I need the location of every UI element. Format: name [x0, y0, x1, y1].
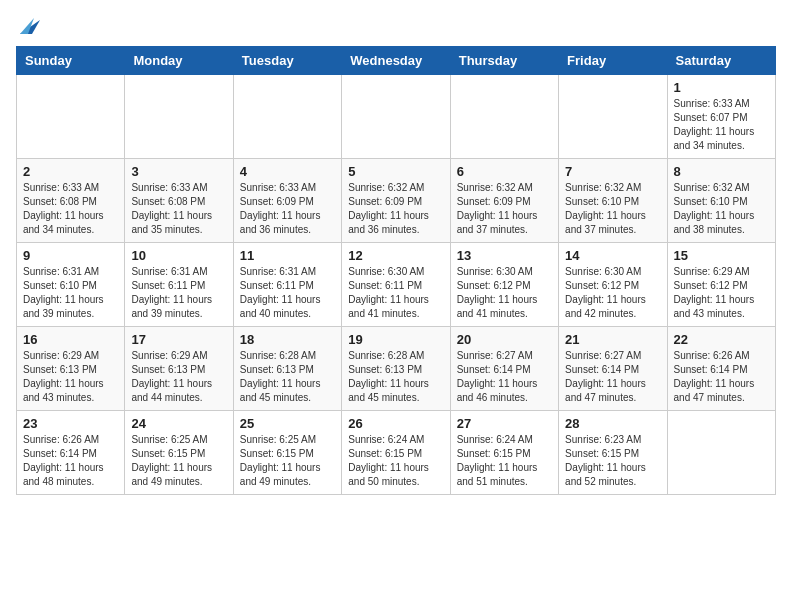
day-info: Sunrise: 6:25 AM Sunset: 6:15 PM Dayligh…: [240, 433, 335, 489]
day-info: Sunrise: 6:33 AM Sunset: 6:07 PM Dayligh…: [674, 97, 769, 153]
weekday-header-thursday: Thursday: [450, 47, 558, 75]
day-number: 9: [23, 248, 118, 263]
day-info: Sunrise: 6:29 AM Sunset: 6:13 PM Dayligh…: [131, 349, 226, 405]
week-row-2: 2Sunrise: 6:33 AM Sunset: 6:08 PM Daylig…: [17, 159, 776, 243]
calendar-cell: 3Sunrise: 6:33 AM Sunset: 6:08 PM Daylig…: [125, 159, 233, 243]
day-number: 20: [457, 332, 552, 347]
calendar-cell: 21Sunrise: 6:27 AM Sunset: 6:14 PM Dayli…: [559, 327, 667, 411]
calendar-table: SundayMondayTuesdayWednesdayThursdayFrid…: [16, 46, 776, 495]
weekday-header-wednesday: Wednesday: [342, 47, 450, 75]
calendar-cell: [125, 75, 233, 159]
calendar-cell: 12Sunrise: 6:30 AM Sunset: 6:11 PM Dayli…: [342, 243, 450, 327]
calendar-cell: 11Sunrise: 6:31 AM Sunset: 6:11 PM Dayli…: [233, 243, 341, 327]
day-info: Sunrise: 6:26 AM Sunset: 6:14 PM Dayligh…: [674, 349, 769, 405]
day-number: 19: [348, 332, 443, 347]
week-row-3: 9Sunrise: 6:31 AM Sunset: 6:10 PM Daylig…: [17, 243, 776, 327]
weekday-header-sunday: Sunday: [17, 47, 125, 75]
day-number: 22: [674, 332, 769, 347]
calendar-cell: 10Sunrise: 6:31 AM Sunset: 6:11 PM Dayli…: [125, 243, 233, 327]
day-number: 17: [131, 332, 226, 347]
week-row-1: 1Sunrise: 6:33 AM Sunset: 6:07 PM Daylig…: [17, 75, 776, 159]
calendar-cell: [559, 75, 667, 159]
day-number: 7: [565, 164, 660, 179]
day-number: 25: [240, 416, 335, 431]
calendar-cell: 22Sunrise: 6:26 AM Sunset: 6:14 PM Dayli…: [667, 327, 775, 411]
day-number: 27: [457, 416, 552, 431]
day-number: 10: [131, 248, 226, 263]
calendar-cell: [342, 75, 450, 159]
day-info: Sunrise: 6:30 AM Sunset: 6:11 PM Dayligh…: [348, 265, 443, 321]
day-number: 8: [674, 164, 769, 179]
weekday-header-saturday: Saturday: [667, 47, 775, 75]
day-info: Sunrise: 6:32 AM Sunset: 6:10 PM Dayligh…: [674, 181, 769, 237]
day-number: 3: [131, 164, 226, 179]
day-info: Sunrise: 6:33 AM Sunset: 6:09 PM Dayligh…: [240, 181, 335, 237]
day-info: Sunrise: 6:28 AM Sunset: 6:13 PM Dayligh…: [348, 349, 443, 405]
day-info: Sunrise: 6:25 AM Sunset: 6:15 PM Dayligh…: [131, 433, 226, 489]
week-row-4: 16Sunrise: 6:29 AM Sunset: 6:13 PM Dayli…: [17, 327, 776, 411]
day-number: 23: [23, 416, 118, 431]
calendar-cell: [233, 75, 341, 159]
calendar-cell: 6Sunrise: 6:32 AM Sunset: 6:09 PM Daylig…: [450, 159, 558, 243]
day-number: 24: [131, 416, 226, 431]
calendar-cell: 9Sunrise: 6:31 AM Sunset: 6:10 PM Daylig…: [17, 243, 125, 327]
calendar-cell: 18Sunrise: 6:28 AM Sunset: 6:13 PM Dayli…: [233, 327, 341, 411]
day-info: Sunrise: 6:29 AM Sunset: 6:13 PM Dayligh…: [23, 349, 118, 405]
logo: [16, 16, 40, 36]
day-info: Sunrise: 6:32 AM Sunset: 6:09 PM Dayligh…: [348, 181, 443, 237]
weekday-header-tuesday: Tuesday: [233, 47, 341, 75]
calendar-cell: 20Sunrise: 6:27 AM Sunset: 6:14 PM Dayli…: [450, 327, 558, 411]
day-info: Sunrise: 6:32 AM Sunset: 6:10 PM Dayligh…: [565, 181, 660, 237]
calendar-cell: 15Sunrise: 6:29 AM Sunset: 6:12 PM Dayli…: [667, 243, 775, 327]
day-info: Sunrise: 6:27 AM Sunset: 6:14 PM Dayligh…: [565, 349, 660, 405]
calendar-cell: 2Sunrise: 6:33 AM Sunset: 6:08 PM Daylig…: [17, 159, 125, 243]
calendar-cell: 26Sunrise: 6:24 AM Sunset: 6:15 PM Dayli…: [342, 411, 450, 495]
calendar-cell: [17, 75, 125, 159]
day-number: 1: [674, 80, 769, 95]
calendar-cell: 17Sunrise: 6:29 AM Sunset: 6:13 PM Dayli…: [125, 327, 233, 411]
day-info: Sunrise: 6:28 AM Sunset: 6:13 PM Dayligh…: [240, 349, 335, 405]
calendar-cell: 19Sunrise: 6:28 AM Sunset: 6:13 PM Dayli…: [342, 327, 450, 411]
calendar-cell: 13Sunrise: 6:30 AM Sunset: 6:12 PM Dayli…: [450, 243, 558, 327]
calendar-cell: 16Sunrise: 6:29 AM Sunset: 6:13 PM Dayli…: [17, 327, 125, 411]
day-info: Sunrise: 6:29 AM Sunset: 6:12 PM Dayligh…: [674, 265, 769, 321]
calendar-cell: 4Sunrise: 6:33 AM Sunset: 6:09 PM Daylig…: [233, 159, 341, 243]
day-number: 2: [23, 164, 118, 179]
weekday-header-row: SundayMondayTuesdayWednesdayThursdayFrid…: [17, 47, 776, 75]
day-info: Sunrise: 6:33 AM Sunset: 6:08 PM Dayligh…: [23, 181, 118, 237]
day-number: 15: [674, 248, 769, 263]
logo-icon: [18, 16, 40, 36]
day-info: Sunrise: 6:26 AM Sunset: 6:14 PM Dayligh…: [23, 433, 118, 489]
day-number: 21: [565, 332, 660, 347]
day-info: Sunrise: 6:31 AM Sunset: 6:11 PM Dayligh…: [240, 265, 335, 321]
calendar-cell: [450, 75, 558, 159]
day-number: 26: [348, 416, 443, 431]
day-info: Sunrise: 6:33 AM Sunset: 6:08 PM Dayligh…: [131, 181, 226, 237]
day-info: Sunrise: 6:30 AM Sunset: 6:12 PM Dayligh…: [457, 265, 552, 321]
calendar-cell: 8Sunrise: 6:32 AM Sunset: 6:10 PM Daylig…: [667, 159, 775, 243]
calendar-cell: 5Sunrise: 6:32 AM Sunset: 6:09 PM Daylig…: [342, 159, 450, 243]
calendar-cell: [667, 411, 775, 495]
day-info: Sunrise: 6:31 AM Sunset: 6:10 PM Dayligh…: [23, 265, 118, 321]
day-number: 12: [348, 248, 443, 263]
calendar-cell: 27Sunrise: 6:24 AM Sunset: 6:15 PM Dayli…: [450, 411, 558, 495]
calendar-cell: 23Sunrise: 6:26 AM Sunset: 6:14 PM Dayli…: [17, 411, 125, 495]
day-number: 4: [240, 164, 335, 179]
day-number: 16: [23, 332, 118, 347]
calendar-cell: 7Sunrise: 6:32 AM Sunset: 6:10 PM Daylig…: [559, 159, 667, 243]
day-info: Sunrise: 6:23 AM Sunset: 6:15 PM Dayligh…: [565, 433, 660, 489]
day-info: Sunrise: 6:27 AM Sunset: 6:14 PM Dayligh…: [457, 349, 552, 405]
weekday-header-friday: Friday: [559, 47, 667, 75]
day-number: 28: [565, 416, 660, 431]
day-number: 11: [240, 248, 335, 263]
weekday-header-monday: Monday: [125, 47, 233, 75]
day-info: Sunrise: 6:31 AM Sunset: 6:11 PM Dayligh…: [131, 265, 226, 321]
day-number: 14: [565, 248, 660, 263]
calendar-cell: 28Sunrise: 6:23 AM Sunset: 6:15 PM Dayli…: [559, 411, 667, 495]
day-number: 5: [348, 164, 443, 179]
calendar-cell: 24Sunrise: 6:25 AM Sunset: 6:15 PM Dayli…: [125, 411, 233, 495]
day-info: Sunrise: 6:24 AM Sunset: 6:15 PM Dayligh…: [457, 433, 552, 489]
day-info: Sunrise: 6:30 AM Sunset: 6:12 PM Dayligh…: [565, 265, 660, 321]
calendar-cell: 14Sunrise: 6:30 AM Sunset: 6:12 PM Dayli…: [559, 243, 667, 327]
day-number: 13: [457, 248, 552, 263]
